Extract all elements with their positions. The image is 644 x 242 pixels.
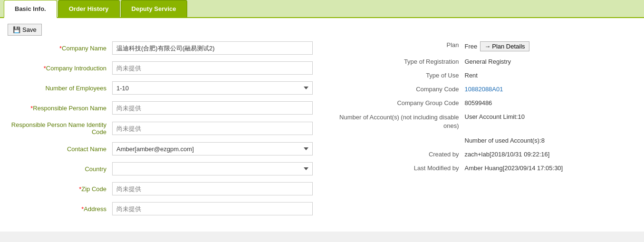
address-input[interactable] (112, 202, 313, 215)
modified-value: Amber Huang[2023/09/14 17:05:30] (465, 165, 563, 172)
responsible-id-row: Responsible Person Name Identity Code (8, 121, 313, 136)
group-code-value: 80599486 (465, 99, 492, 106)
plan-details-label: Plan Details (492, 43, 525, 50)
company-name-label: *Company Name (8, 45, 112, 52)
contact-name-select[interactable]: Amber[amber@ezgpm.com] (112, 142, 313, 155)
company-name-value: 温迪科技(合肥)有限公司(融易测试2) (112, 41, 313, 55)
form-area: *Company Name 温迪科技(合肥)有限公司(融易测试2) *Compa… (8, 41, 636, 222)
company-code-label: Company Code (332, 86, 465, 93)
country-select[interactable] (112, 162, 313, 175)
created-value: zach+lab[2018/10/31 09:22:16] (465, 151, 550, 158)
registration-label: Type of Registration (332, 58, 465, 65)
page-content: 💾 Save *Company Name 温迪科技(合肥)有限公司(融易测试2)… (0, 18, 644, 232)
contact-name-row: Contact Name Amber[amber@ezgpm.com] (8, 142, 313, 155)
group-code-label: Company Group Code (332, 99, 465, 106)
use-type-label: Type of Use (332, 72, 465, 79)
right-info-column: Plan Free → Plan Details Type of Registr… (313, 41, 637, 222)
tabs-bar: Basic Info. Order History Deputy Service (0, 0, 644, 18)
address-label: *Address (8, 205, 112, 213)
created-row: Created by zach+lab[2018/10/31 09:22:16] (332, 151, 637, 158)
save-button[interactable]: 💾 Save (8, 24, 42, 36)
company-intro-label: *Company Introduction (8, 65, 112, 72)
use-type-row: Type of Use Rent (332, 72, 637, 79)
responsible-name-row: *Responsible Person Name (8, 101, 313, 115)
employees-row: Number of Employees 1-10 11-50 51-200 20… (8, 81, 313, 95)
employees-label: Number of Employees (8, 85, 112, 92)
accounts-row: Number of Account(s) (not including disa… (332, 113, 637, 130)
group-code-row: Company Group Code 80599486 (332, 99, 637, 106)
company-code-row: Company Code 10882088A01 (332, 86, 637, 93)
zip-code-label: *Zip Code (8, 185, 112, 193)
created-label: Created by (332, 151, 465, 158)
tab-order-history[interactable]: Order History (58, 0, 120, 17)
zip-code-row: *Zip Code (8, 182, 313, 195)
used-accounts-value: Number of used Account(s):8 (465, 137, 545, 144)
country-row: Country (8, 162, 313, 175)
save-icon: 💾 (13, 26, 20, 33)
plan-row: Plan Free → Plan Details (332, 41, 637, 51)
plan-area: Free → Plan Details (465, 41, 529, 51)
responsible-name-label: *Responsible Person Name (8, 105, 112, 112)
company-code-value[interactable]: 10882088A01 (465, 86, 503, 93)
left-form-column: *Company Name 温迪科技(合肥)有限公司(融易测试2) *Compa… (8, 41, 313, 222)
modified-row: Last Modified by Amber Huang[2023/09/14 … (332, 165, 637, 172)
employees-select[interactable]: 1-10 11-50 51-200 201-500 500+ (112, 81, 313, 95)
plan-details-button[interactable]: → Plan Details (480, 41, 529, 51)
responsible-id-input[interactable] (112, 122, 313, 135)
use-type-value: Rent (465, 72, 478, 79)
address-row: *Address (8, 202, 313, 215)
company-name-row: *Company Name 温迪科技(合肥)有限公司(融易测试2) (8, 41, 313, 55)
registration-value: General Registry (465, 58, 511, 65)
accounts-label: Number of Account(s) (not including disa… (332, 113, 465, 130)
accounts-value: User Account Limit:10 (465, 113, 525, 120)
responsible-id-label: Responsible Person Name Identity Code (8, 121, 112, 136)
plan-value: Free (465, 43, 478, 50)
tab-deputy-service[interactable]: Deputy Service (121, 0, 187, 17)
company-intro-row: *Company Introduction (8, 61, 313, 75)
used-accounts-row: Number of used Account(s):8 (332, 137, 637, 144)
contact-name-label: Contact Name (8, 145, 112, 153)
tab-basic-info[interactable]: Basic Info. (4, 0, 57, 18)
responsible-name-input[interactable] (112, 101, 313, 115)
plan-label: Plan (332, 41, 465, 48)
zip-code-input[interactable] (112, 182, 313, 195)
country-label: Country (8, 165, 112, 173)
registration-row: Type of Registration General Registry (332, 58, 637, 65)
company-intro-input[interactable] (112, 61, 313, 75)
modified-label: Last Modified by (332, 165, 465, 172)
plan-details-icon: → (484, 43, 490, 50)
